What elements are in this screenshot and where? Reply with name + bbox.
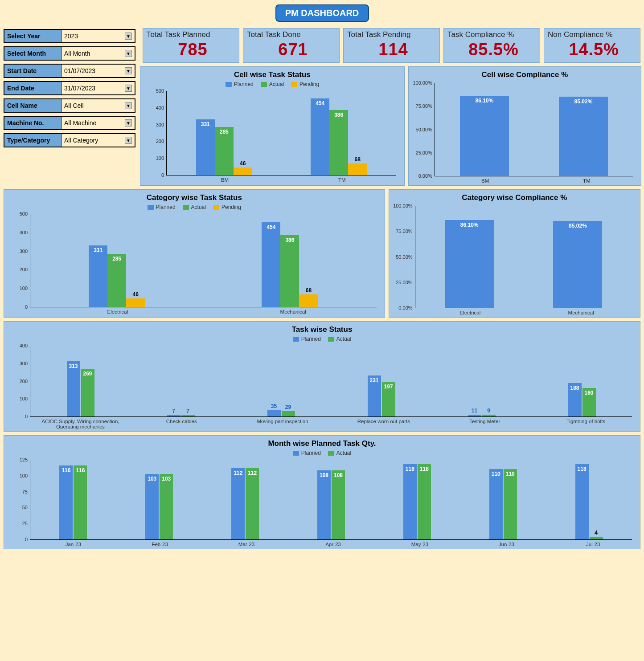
kpi-compliance: Task Compliance % 85.5% [443,28,540,63]
x-axis-label: Electrical [30,309,205,314]
bar: 86.10% [445,220,494,308]
filter-panel: Select Year 2023▼ Select Month All Month… [3,26,136,186]
kpi-done-value: 671 [247,40,339,59]
bar: 7 [167,415,180,416]
kpi-noncompliance: Non Compliance % 14.5% [544,28,640,63]
bar: 11 [468,415,481,416]
bar: 46 [234,167,252,175]
kpi-noncompliance-label: Non Compliance % [548,30,640,39]
kpi-planned: Total Task Planned 785 [143,28,239,63]
x-axis-label: Moving part inspection [232,419,333,429]
chart-cell-status: Cell wise Task Status Planned Actual Pen… [140,66,405,186]
bar: 331 [89,245,107,307]
chevron-down-icon: ▼ [125,85,132,92]
bar: 110 [489,469,503,539]
x-axis-label: AC/DC Supply, Wiring connection, Operati… [30,419,131,429]
x-axis-label: BM [166,177,283,183]
chart-legend: Planned Actual [8,450,636,456]
bar: 112 [231,468,245,539]
bar: 85.02% [559,97,608,176]
bar: 103 [160,474,173,539]
filter-end-dropdown[interactable]: 31/07/2023▼ [62,82,135,94]
filter-month: Select Month All Month▼ [4,46,135,61]
x-axis-label: Feb-23 [116,542,203,547]
bar: 68 [299,294,318,307]
chevron-down-icon: ▼ [125,67,132,74]
x-axis-label: May-23 [377,542,463,547]
bar: 118 [418,464,431,539]
chart-title: Cell wise Compliance % [412,70,637,79]
filter-year-dropdown[interactable]: 2023▼ [62,30,135,42]
filter-start-label: Start Date [4,65,62,77]
chart-month-status: Month wise Planned Task Qty. Planned Act… [4,435,640,549]
bar: 160 [582,388,596,416]
x-axis-label: Testing Meter [434,419,535,429]
chart-category-compliance: Category wise Compliance % 0.00%25.00%50… [389,189,640,318]
x-axis-label: Jul-23 [550,542,636,547]
filter-month-label: Select Month [4,47,62,60]
bar: 112 [246,468,259,539]
x-axis-label: Mechanical [205,309,381,314]
x-axis-label: Tightning of bolts [535,419,636,429]
bar: 386 [329,110,348,175]
filter-start-dropdown[interactable]: 01/07/2023▼ [62,65,135,77]
chart-cell-compliance: Cell wise Compliance % 0.00%25.00%50.00%… [408,66,641,186]
bar: 269 [81,369,94,416]
bar: 331 [196,119,215,175]
kpi-compliance-value: 85.5% [447,40,540,59]
chevron-down-icon: ▼ [125,102,132,109]
x-axis-label: Electrical [415,310,526,315]
bar: 7 [181,415,195,416]
page-title: PM DASHBOARD [275,4,369,22]
bar: 103 [145,474,159,539]
bar: 386 [280,235,299,307]
filter-cell-label: Cell Name [4,99,62,112]
chart-title: Cell wise Task Status [144,70,401,79]
x-axis-label: BM [435,178,536,184]
chart-title: Category wise Compliance % [393,193,636,202]
chart-legend: Planned Actual Pending [8,204,381,210]
filter-machine-dropdown[interactable]: All Machine▼ [62,117,135,129]
x-axis-label: Apr-23 [290,542,376,547]
chevron-down-icon: ▼ [125,50,132,57]
filter-end-date: End Date 31/07/2023▼ [4,81,135,95]
bar: 197 [382,382,395,416]
bar: 231 [368,375,381,416]
chevron-down-icon: ▼ [125,33,132,40]
filter-end-label: End Date [4,82,62,94]
chart-task-status: Task wise Status Planned Actual 01002003… [4,321,640,432]
bar: 116 [59,465,73,539]
filter-machine: Machine No. All Machine▼ [4,116,135,130]
x-axis-label: TM [536,178,637,184]
filter-category-dropdown[interactable]: All Category▼ [62,134,135,147]
chart-title: Task wise Status [8,325,636,334]
kpi-pending-value: 114 [347,40,439,59]
bar: 46 [126,298,145,307]
kpi-strip: Total Task Planned 785 Total Task Done 6… [140,26,641,63]
bar: 85.02% [553,221,602,308]
filter-month-dropdown[interactable]: All Month▼ [62,47,135,60]
bar: 108 [332,470,345,539]
bar: 29 [282,411,295,416]
bar: 4 [590,537,603,539]
chevron-down-icon: ▼ [125,119,132,126]
filter-cell-dropdown[interactable]: All Cell▼ [62,99,135,112]
filter-category: Type/Category All Category▼ [4,133,135,147]
kpi-done-label: Total Task Done [247,30,339,39]
chevron-down-icon: ▼ [125,137,132,144]
x-axis-label: Mar-23 [203,542,290,547]
chart-title: Category wise Task Status [8,193,381,202]
x-axis-label: Replace worn out parts [333,419,434,429]
x-axis-label: Mechanical [525,310,636,315]
x-axis-label: Check cables [131,419,232,429]
x-axis-label: Jun-23 [463,542,550,547]
filter-year: Select Year 2023▼ [4,29,135,43]
chart-category-status: Category wise Task Status Planned Actual… [4,189,385,318]
bar: 118 [403,464,417,539]
kpi-pending-label: Total Task Pending [347,30,439,39]
kpi-planned-value: 785 [147,40,239,59]
filter-category-label: Type/Category [4,134,62,147]
bar: 313 [67,361,80,416]
chart-legend: Planned Actual Pending [144,81,401,87]
filter-cell: Cell Name All Cell▼ [4,98,135,113]
